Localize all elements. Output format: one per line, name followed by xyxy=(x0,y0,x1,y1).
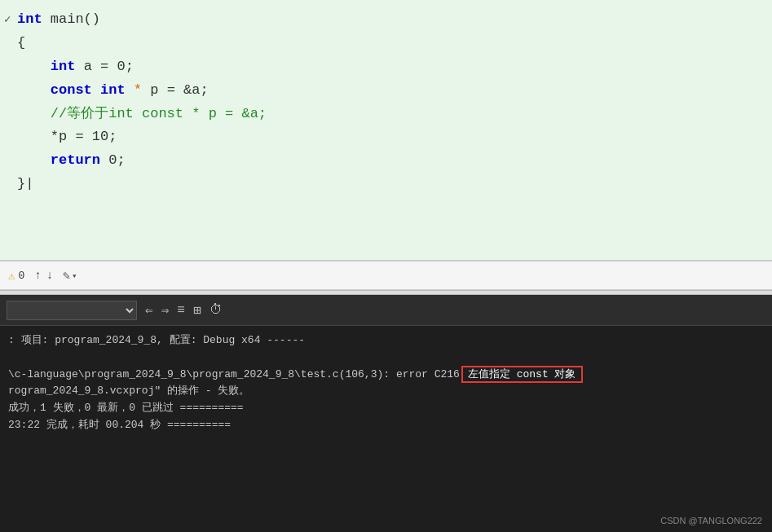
code-line-2: { xyxy=(0,32,772,55)
error-highlight-box: 左值指定 const 对象 xyxy=(461,366,583,383)
console-line-5: 成功，1 失败，0 最新，0 已跳过 ========== xyxy=(8,400,764,417)
console-line-6: 23:22 完成，耗时 00.204 秒 ========== xyxy=(8,417,764,434)
code-line-content-8: return 0; xyxy=(17,149,126,173)
console-line-4: rogram_2024_9_8.vcxproj" 的操作 - 失败。 xyxy=(8,383,764,400)
warning-status: ⚠ 0 xyxy=(8,269,24,283)
nav-arrows[interactable]: ↑ ↓ xyxy=(34,269,53,282)
code-line-7: *p = 10; xyxy=(0,125,772,149)
console-toolbar-icons: ⇐ ⇒ ≡ ⊞ ⏱ xyxy=(143,301,224,320)
code-line-1: ✓ int main() xyxy=(0,8,772,32)
warning-icon: ⚠ xyxy=(8,269,15,283)
code-editor: ✓ int main() { int a = 0; const int * p … xyxy=(0,0,772,261)
editor-empty-space xyxy=(0,196,772,245)
toolbar-icon-2[interactable]: ⇒ xyxy=(160,301,171,320)
app-container: ✓ int main() { int a = 0; const int * p … xyxy=(0,0,772,532)
code-line-9: }| xyxy=(0,173,772,196)
toolbar-icon-5[interactable]: ⏱ xyxy=(208,301,224,319)
line-marker-1: ✓ xyxy=(4,11,14,30)
console-output: : 项目: program_2024_9_8, 配置: Debug x64 --… xyxy=(0,326,772,532)
arrow-down-icon[interactable]: ↓ xyxy=(46,269,53,282)
toolbar-icon-4[interactable]: ⊞ xyxy=(192,301,203,320)
console-error-line: \c-language\program_2024_9_8\program_202… xyxy=(8,367,764,384)
code-line-content-1: int main() xyxy=(17,8,100,32)
code-line-4: int a = 0; xyxy=(0,55,772,79)
console-dropdown-wrapper[interactable] xyxy=(7,301,137,320)
code-line-5: const int * p = &a; xyxy=(0,79,772,103)
dropdown-arrow-icon[interactable]: ▾ xyxy=(72,270,77,281)
status-bar: ⚠ 0 ↑ ↓ ✎ ▾ xyxy=(0,261,772,290)
console-dropdown[interactable] xyxy=(7,301,137,320)
settings-icon[interactable]: ✎ xyxy=(63,268,70,284)
console-toolbar: ⇐ ⇒ ≡ ⊞ ⏱ xyxy=(0,295,772,326)
code-line-6: //等价于int const * p = &a; xyxy=(0,103,772,126)
console-line-1: : 项目: program_2024_9_8, 配置: Debug x64 --… xyxy=(8,332,764,350)
toolbar-icon-1[interactable]: ⇐ xyxy=(143,301,155,320)
code-line-content-9: }| xyxy=(17,173,33,196)
watermark: CSDN @TANGLONG222 xyxy=(660,516,762,525)
code-line-content-6: //等价于int const * p = &a; xyxy=(17,103,267,126)
code-line-content-7: *p = 10; xyxy=(17,125,117,149)
settings-dropdown[interactable]: ✎ ▾ xyxy=(63,268,77,284)
code-line-content-5: const int * p = &a; xyxy=(17,79,209,103)
console-area: ⇐ ⇒ ≡ ⊞ ⏱ : 项目: program_2024_9_8, 配置: De… xyxy=(0,295,772,532)
code-line-content-4: int a = 0; xyxy=(17,55,134,79)
arrow-up-icon[interactable]: ↑ xyxy=(34,269,41,282)
console-error-text: \c-language\program_2024_9_8\program_202… xyxy=(8,367,583,384)
toolbar-icon-3[interactable]: ≡ xyxy=(175,301,187,319)
console-line-2 xyxy=(8,350,764,367)
code-line-content-2: { xyxy=(17,32,25,55)
warning-count: 0 xyxy=(18,270,24,282)
code-line-8: return 0; xyxy=(0,149,772,173)
